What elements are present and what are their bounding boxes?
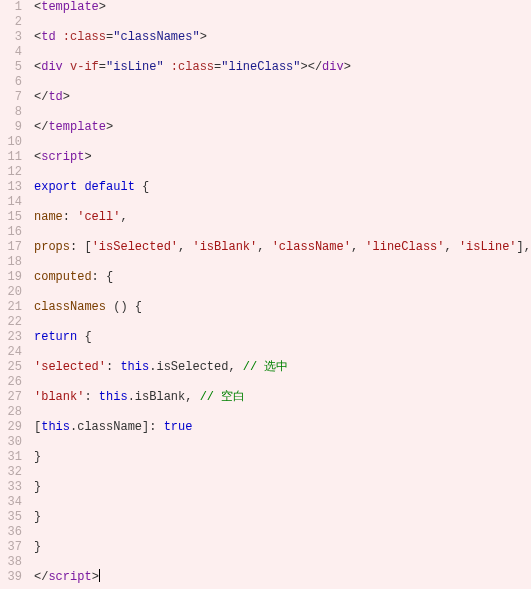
code-line[interactable] (34, 285, 531, 300)
code-line[interactable]: computed: { (34, 270, 531, 285)
line-number: 17 (0, 240, 22, 255)
line-number: 35 (0, 510, 22, 525)
line-number: 6 (0, 75, 22, 90)
code-line[interactable]: </template> (34, 120, 531, 135)
code-line[interactable]: name: 'cell', (34, 210, 531, 225)
code-line[interactable] (34, 105, 531, 120)
line-number: 7 (0, 90, 22, 105)
code-editor[interactable]: 1234567891011121314151617181920212223242… (0, 0, 531, 585)
line-number: 39 (0, 570, 22, 585)
line-number: 15 (0, 210, 22, 225)
code-line[interactable]: <td :class="classNames"> (34, 30, 531, 45)
line-number: 32 (0, 465, 22, 480)
code-line[interactable] (34, 165, 531, 180)
line-number: 38 (0, 555, 22, 570)
code-line[interactable] (34, 435, 531, 450)
line-number: 3 (0, 30, 22, 45)
line-number: 13 (0, 180, 22, 195)
line-number: 33 (0, 480, 22, 495)
line-number-gutter: 1234567891011121314151617181920212223242… (0, 0, 30, 585)
line-number: 23 (0, 330, 22, 345)
line-number: 20 (0, 285, 22, 300)
code-line[interactable]: </td> (34, 90, 531, 105)
code-line[interactable]: <div v-if="isLine" :class="lineClass"></… (34, 60, 531, 75)
line-number: 11 (0, 150, 22, 165)
code-line[interactable]: [this.className]: true (34, 420, 531, 435)
line-number: 9 (0, 120, 22, 135)
code-line[interactable]: } (34, 510, 531, 525)
line-number: 12 (0, 165, 22, 180)
line-number: 34 (0, 495, 22, 510)
code-line[interactable]: <template> (34, 0, 531, 15)
code-line[interactable] (34, 75, 531, 90)
code-line[interactable] (34, 255, 531, 270)
code-line[interactable]: 'selected': this.isSelected, // 选中 (34, 360, 531, 375)
line-number: 18 (0, 255, 22, 270)
code-line[interactable]: classNames () { (34, 300, 531, 315)
line-number: 28 (0, 405, 22, 420)
code-line[interactable]: return { (34, 330, 531, 345)
line-number: 16 (0, 225, 22, 240)
line-number: 29 (0, 420, 22, 435)
code-area[interactable]: <template><td :class="classNames"><div v… (30, 0, 531, 585)
line-number: 10 (0, 135, 22, 150)
line-number: 14 (0, 195, 22, 210)
code-line[interactable] (34, 45, 531, 60)
line-number: 37 (0, 540, 22, 555)
line-number: 4 (0, 45, 22, 60)
code-line[interactable]: props: ['isSelected', 'isBlank', 'classN… (34, 240, 531, 255)
code-line[interactable] (34, 525, 531, 540)
line-number: 1 (0, 0, 22, 15)
code-line[interactable] (34, 15, 531, 30)
code-line[interactable] (34, 375, 531, 390)
line-number: 36 (0, 525, 22, 540)
code-line[interactable] (34, 315, 531, 330)
code-line[interactable]: } (34, 480, 531, 495)
code-line[interactable] (34, 465, 531, 480)
line-number: 8 (0, 105, 22, 120)
code-line[interactable] (34, 345, 531, 360)
code-line[interactable]: 'blank': this.isBlank, // 空白 (34, 390, 531, 405)
code-line[interactable] (34, 225, 531, 240)
code-line[interactable] (34, 405, 531, 420)
line-number: 24 (0, 345, 22, 360)
code-line[interactable] (34, 555, 531, 570)
line-number: 21 (0, 300, 22, 315)
line-number: 25 (0, 360, 22, 375)
line-number: 27 (0, 390, 22, 405)
code-line[interactable] (34, 135, 531, 150)
code-line[interactable]: </script> (34, 570, 531, 585)
line-number: 2 (0, 15, 22, 30)
line-number: 30 (0, 435, 22, 450)
code-line[interactable]: } (34, 450, 531, 465)
line-number: 19 (0, 270, 22, 285)
line-number: 22 (0, 315, 22, 330)
line-number: 31 (0, 450, 22, 465)
code-line[interactable] (34, 495, 531, 510)
code-line[interactable]: export default { (34, 180, 531, 195)
code-line[interactable] (34, 195, 531, 210)
line-number: 26 (0, 375, 22, 390)
line-number: 5 (0, 60, 22, 75)
code-line[interactable]: <script> (34, 150, 531, 165)
code-line[interactable]: } (34, 540, 531, 555)
